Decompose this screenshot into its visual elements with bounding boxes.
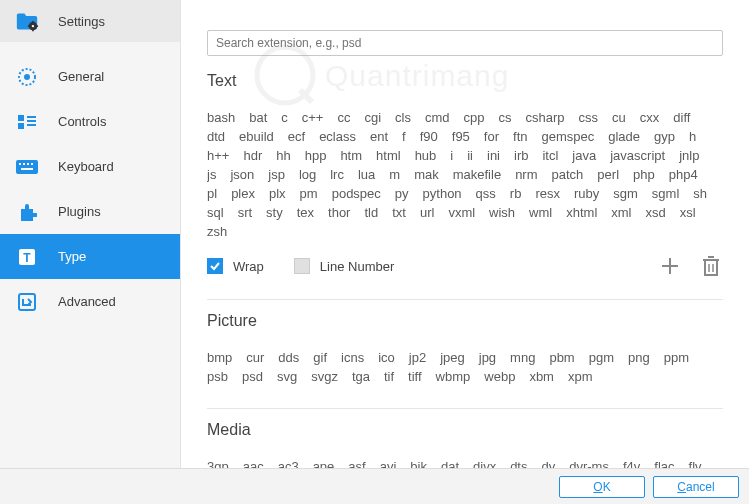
ext-item[interactable]: h <box>689 127 696 146</box>
ext-item[interactable]: dds <box>278 348 299 367</box>
ext-item[interactable]: tga <box>352 367 370 386</box>
ext-item[interactable]: makefile <box>453 165 501 184</box>
ext-item[interactable]: cpp <box>464 108 485 127</box>
ext-item[interactable]: icns <box>341 348 364 367</box>
ext-item[interactable]: plex <box>231 184 255 203</box>
ext-item[interactable]: jsp <box>268 165 285 184</box>
ext-item[interactable]: txt <box>392 203 406 222</box>
ext-item[interactable]: psb <box>207 367 228 386</box>
ext-item[interactable]: mng <box>510 348 535 367</box>
sidebar-item-keyboard[interactable]: Keyboard <box>0 144 180 189</box>
ext-item[interactable]: cls <box>395 108 411 127</box>
ext-item[interactable]: thor <box>328 203 350 222</box>
ext-item[interactable]: f <box>402 127 406 146</box>
ext-item[interactable]: eclass <box>319 127 356 146</box>
ext-item[interactable]: for <box>484 127 499 146</box>
sidebar-item-general[interactable]: General <box>0 54 180 99</box>
ext-item[interactable]: bash <box>207 108 235 127</box>
ext-item[interactable]: sgm <box>613 184 638 203</box>
ext-item[interactable]: xhtml <box>566 203 597 222</box>
ext-item[interactable]: psd <box>242 367 263 386</box>
ext-item[interactable]: javascript <box>610 146 665 165</box>
ext-item[interactable]: ppm <box>664 348 689 367</box>
ext-item[interactable]: plx <box>269 184 286 203</box>
ext-item[interactable]: glade <box>608 127 640 146</box>
ext-item[interactable]: cgi <box>364 108 381 127</box>
ext-item[interactable]: py <box>395 184 409 203</box>
ext-item[interactable]: hpp <box>305 146 327 165</box>
ext-item[interactable]: rb <box>510 184 522 203</box>
ext-item[interactable]: ecf <box>288 127 305 146</box>
sidebar-item-type[interactable]: T Type <box>0 234 180 279</box>
ext-item[interactable]: jpeg <box>440 348 465 367</box>
ext-item[interactable]: hub <box>415 146 437 165</box>
ext-item[interactable]: gif <box>313 348 327 367</box>
ext-item[interactable]: cu <box>612 108 626 127</box>
ext-item[interactable]: pgm <box>589 348 614 367</box>
line-number-checkbox[interactable] <box>294 258 310 274</box>
ext-item[interactable]: zsh <box>207 222 227 241</box>
ext-item[interactable]: url <box>420 203 434 222</box>
ext-item[interactable]: ii <box>467 146 473 165</box>
ext-item[interactable]: pl <box>207 184 217 203</box>
ext-item[interactable]: diff <box>673 108 690 127</box>
ext-item[interactable]: irb <box>514 146 528 165</box>
ext-item[interactable]: gyp <box>654 127 675 146</box>
ext-item[interactable]: lrc <box>330 165 344 184</box>
ext-item[interactable]: tld <box>364 203 378 222</box>
ext-item[interactable]: itcl <box>542 146 558 165</box>
ext-item[interactable]: resx <box>535 184 560 203</box>
ext-item[interactable]: ini <box>487 146 500 165</box>
ext-item[interactable]: sh <box>693 184 707 203</box>
ext-item[interactable]: java <box>572 146 596 165</box>
ext-item[interactable]: lua <box>358 165 375 184</box>
ext-item[interactable]: webp <box>484 367 515 386</box>
ext-item[interactable]: gemspec <box>541 127 594 146</box>
ext-item[interactable]: tiff <box>408 367 422 386</box>
ext-item[interactable]: pbm <box>549 348 574 367</box>
ext-item[interactable]: csharp <box>526 108 565 127</box>
sidebar-item-controls[interactable]: Controls <box>0 99 180 144</box>
ext-item[interactable]: svg <box>277 367 297 386</box>
ext-item[interactable]: sty <box>266 203 283 222</box>
ext-item[interactable]: js <box>207 165 216 184</box>
ext-item[interactable]: wml <box>529 203 552 222</box>
ext-item[interactable]: m <box>389 165 400 184</box>
ext-item[interactable]: mak <box>414 165 439 184</box>
ext-item[interactable]: xpm <box>568 367 593 386</box>
ext-item[interactable]: png <box>628 348 650 367</box>
ext-item[interactable]: srt <box>238 203 252 222</box>
ext-item[interactable]: jp2 <box>409 348 426 367</box>
ext-item[interactable]: i <box>450 146 453 165</box>
ext-item[interactable]: ebuild <box>239 127 274 146</box>
ext-item[interactable]: nrm <box>515 165 537 184</box>
ok-button[interactable]: OK <box>559 476 645 498</box>
remove-icon[interactable] <box>701 255 723 277</box>
ext-item[interactable]: bat <box>249 108 267 127</box>
ext-item[interactable]: php <box>633 165 655 184</box>
ext-item[interactable]: cxx <box>640 108 660 127</box>
ext-item[interactable]: php4 <box>669 165 698 184</box>
ext-item[interactable]: ruby <box>574 184 599 203</box>
content-scroll[interactable]: Text bashbatcc++cccgiclscmdcppcscsharpcs… <box>207 64 731 470</box>
ext-item[interactable]: c <box>281 108 288 127</box>
search-input[interactable] <box>207 30 723 56</box>
ext-item[interactable]: patch <box>552 165 584 184</box>
ext-item[interactable]: cmd <box>425 108 450 127</box>
ext-item[interactable]: xsd <box>646 203 666 222</box>
ext-item[interactable]: xbm <box>529 367 554 386</box>
sidebar-item-settings[interactable]: Settings <box>0 0 180 42</box>
ext-item[interactable]: tex <box>297 203 314 222</box>
ext-item[interactable]: wbmp <box>436 367 471 386</box>
ext-item[interactable]: css <box>579 108 599 127</box>
ext-item[interactable]: jpg <box>479 348 496 367</box>
ext-item[interactable]: cur <box>246 348 264 367</box>
ext-item[interactable]: json <box>230 165 254 184</box>
sidebar-item-advanced[interactable]: Advanced <box>0 279 180 324</box>
ext-item[interactable]: ico <box>378 348 395 367</box>
ext-item[interactable]: tif <box>384 367 394 386</box>
ext-item[interactable]: h++ <box>207 146 229 165</box>
ext-item[interactable]: perl <box>597 165 619 184</box>
ext-item[interactable]: hh <box>276 146 290 165</box>
ext-item[interactable]: qss <box>476 184 496 203</box>
